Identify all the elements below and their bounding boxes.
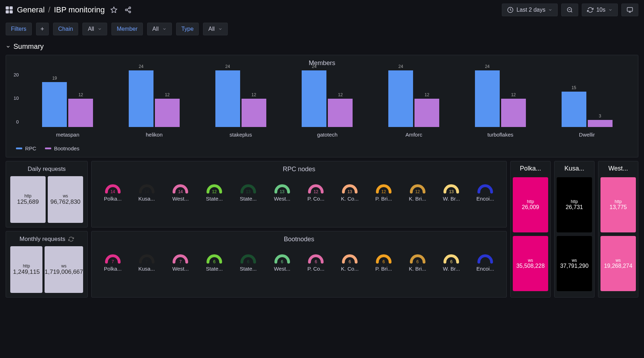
gauge-arc: 6 <box>409 254 426 264</box>
member-filter[interactable]: Member <box>111 23 143 35</box>
chain-column[interactable]: Polka... http 26,009 ws 35,508,228 <box>510 161 551 298</box>
gauge-arc: 13 <box>443 184 460 194</box>
bar: 12 <box>328 99 353 127</box>
chain-http-label: http <box>615 199 622 204</box>
monthly-ws-card: ws 1,719,006,667 <box>45 246 83 293</box>
svg-point-3 <box>129 11 131 13</box>
breadcrumb-folder[interactable]: General <box>17 5 45 15</box>
svg-line-4 <box>127 10 129 11</box>
filters-row: Filters + Chain All Member All Type All <box>0 20 644 38</box>
gauge: 7 West... <box>168 254 193 272</box>
gauge: 14 Kusa... <box>134 184 159 202</box>
gauge-value: 6 <box>213 259 216 264</box>
gauge: 13 K. Co... <box>337 184 362 202</box>
chain-ws-label: ws <box>528 258 533 263</box>
refresh-button[interactable]: 10s <box>582 4 618 16</box>
zoom-out-button[interactable] <box>561 4 578 16</box>
gauge-arc: 13 <box>274 184 291 194</box>
gauge-value: 12 <box>415 189 420 194</box>
gauge: Encoi... <box>472 254 498 272</box>
gauge-value: 12 <box>212 189 216 194</box>
tv-mode-button[interactable] <box>621 4 638 16</box>
y-tick: 10 <box>10 96 19 101</box>
legend-item[interactable]: Bootnodes <box>45 145 80 151</box>
member-filter-value[interactable]: All <box>147 23 172 35</box>
chevron-down-icon <box>6 44 11 49</box>
gauge: 12 State... <box>202 184 227 202</box>
chain-filter[interactable]: Chain <box>53 23 79 35</box>
bar: 12 <box>242 99 266 127</box>
bootnodes-title: Bootnodes <box>96 236 502 243</box>
svg-line-5 <box>127 8 129 9</box>
chain-ws-label: ws <box>616 258 621 263</box>
gauge-arc: 6 <box>307 254 324 264</box>
add-filter-button[interactable]: + <box>36 23 49 35</box>
chain-column[interactable]: Kusa... http 26,731 ws 37,791,290 <box>554 161 594 298</box>
y-tick: 0 <box>10 119 19 125</box>
refresh-icon <box>68 236 74 242</box>
chain-ws-card: ws 35,508,228 <box>513 236 548 291</box>
breadcrumb: General / IBP monitoring <box>17 5 105 15</box>
chain-http-card: http 26,009 <box>513 177 548 232</box>
type-filter-value[interactable]: All <box>203 23 228 35</box>
gauge: Encoi... <box>472 184 498 202</box>
gauge-value: 13 <box>449 189 454 194</box>
monthly-requests-panel[interactable]: Monthly requests http 1,249,115 ws 1,719… <box>6 231 88 298</box>
bar: 12 <box>68 99 93 127</box>
bar-value: 12 <box>511 92 516 97</box>
monthly-requests-title: Monthly requests <box>10 236 83 243</box>
gauge-value: 12 <box>381 189 386 194</box>
gauge-value: 13 <box>246 189 250 194</box>
type-filter-label: Type <box>181 26 194 32</box>
gauge-value: 7 <box>179 259 182 264</box>
gauge-arc: 6 <box>443 254 460 264</box>
gauge-arc: 7 <box>104 254 121 264</box>
chain-filter-value[interactable]: All <box>82 23 107 35</box>
gauge-arc: 13 <box>240 184 257 194</box>
daily-requests-panel[interactable]: Daily requests http 125,689 ws 96,762,83… <box>6 161 88 227</box>
gauge: 14 West... <box>168 184 193 202</box>
gauge-arc: 6 <box>240 254 257 264</box>
gauge-arc: 7 <box>172 254 189 264</box>
x-label: gatotech <box>301 132 354 138</box>
gauge-arc: 7 <box>138 254 155 264</box>
bootnodes-panel[interactable]: Bootnodes 7 Polka... 7 Kusa... 7 West... <box>91 231 507 298</box>
chain-column[interactable]: West... http 13,775 ws 19,268,274 <box>598 161 638 298</box>
bar: 24 <box>475 70 500 127</box>
refresh-interval-label: 10s <box>596 7 605 13</box>
svg-marker-0 <box>111 7 117 13</box>
bar: 24 <box>129 70 153 127</box>
share-icon[interactable] <box>123 5 133 15</box>
bar-value: 12 <box>251 92 256 97</box>
daily-ws-card: ws 96,762,830 <box>48 176 83 223</box>
x-label: stakeplus <box>214 132 267 138</box>
gauge-value: 6 <box>247 259 250 264</box>
daily-requests-title: Daily requests <box>10 166 83 173</box>
gauge: 6 West... <box>269 254 295 272</box>
legend-item[interactable]: RPC <box>16 145 36 151</box>
rpc-nodes-panel[interactable]: RPC nodes 14 Polka... 14 Kusa... 14 West… <box>91 161 507 227</box>
legend-swatch <box>16 148 22 149</box>
gauge-value: 6 <box>349 259 351 264</box>
monthly-http-card: http 1,249,115 <box>10 246 42 293</box>
bar-value: 12 <box>79 92 83 97</box>
gauge: 13 State... <box>236 184 261 202</box>
gauge-arc <box>477 254 494 264</box>
bar-value: 3 <box>599 114 601 119</box>
bar-group: 2412 <box>129 70 180 127</box>
type-filter[interactable]: Type <box>176 23 199 35</box>
gauge-arc: 14 <box>138 184 155 194</box>
svg-point-2 <box>126 9 127 11</box>
gauge-arc: 12 <box>307 184 324 194</box>
x-label: helikon <box>128 132 181 138</box>
bar-group: 2412 <box>388 70 439 127</box>
summary-row-toggle[interactable]: Summary <box>0 38 644 55</box>
zoom-out-icon <box>567 7 573 13</box>
legend-swatch <box>45 148 51 149</box>
star-icon[interactable] <box>109 5 119 15</box>
members-chart-panel[interactable]: Members 01020 19122412241224122412241215… <box>6 55 638 157</box>
time-range-picker[interactable]: Last 2 days <box>502 4 558 16</box>
breadcrumb-title[interactable]: IBP monitoring <box>54 5 105 15</box>
bar: 12 <box>414 99 439 127</box>
filters-button[interactable]: Filters <box>6 23 32 35</box>
